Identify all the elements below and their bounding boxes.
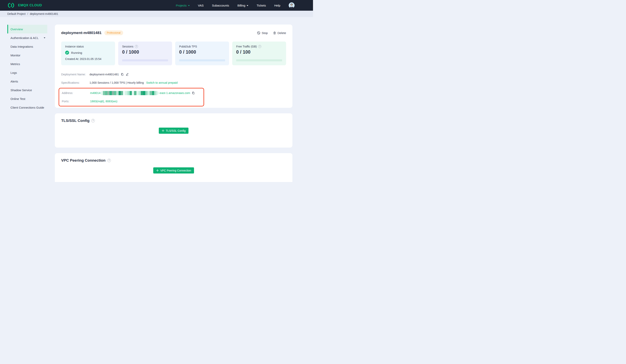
- nav-billing[interactable]: Billing: [237, 4, 248, 7]
- tps-progress-bar: [179, 59, 225, 61]
- breadcrumb-project[interactable]: Default Project: [7, 12, 26, 15]
- sessions-card: Sessions ? 0 / 1000: [118, 41, 172, 65]
- free-traffic-card: Free Traffic (GB) ? 0 / 100: [232, 41, 286, 65]
- sessions-value: 0 / 1000: [122, 49, 168, 55]
- check-circle-icon: [65, 51, 69, 55]
- instance-status-card: Instance status Running Created At: 2023…: [61, 41, 115, 65]
- nav-subaccounts[interactable]: Subaccounts: [212, 4, 229, 7]
- deployment-overview-card: deployment-m4801481 Professional Stop: [55, 25, 292, 108]
- deployment-title: deployment-m4801481: [61, 31, 102, 35]
- help-icon[interactable]: ?: [91, 119, 95, 122]
- edit-icon[interactable]: [126, 73, 129, 76]
- stat-cards-row: Instance status Running Created At: 2023…: [61, 41, 286, 65]
- add-vpc-peering-button[interactable]: VPC Peering Connection: [153, 167, 194, 174]
- created-at: Created At: 2023.01.05 15:54: [65, 57, 111, 61]
- nav-vas[interactable]: VAS: [198, 4, 204, 7]
- chevron-down-icon: [44, 37, 45, 38]
- ports-value: 1883(mqtt), 8083(ws): [90, 100, 117, 103]
- address-value: m48014 -east-1.amazonaws.com: [90, 91, 190, 95]
- sidebar-item-alerts[interactable]: Alerts: [7, 77, 47, 86]
- main-content: deployment-m4801481 Professional Stop: [50, 17, 292, 182]
- plus-icon: [156, 169, 159, 172]
- user-avatar[interactable]: [289, 2, 295, 8]
- address-redacted-mosaic: [101, 91, 158, 95]
- sidebar-item-logs[interactable]: Logs: [7, 68, 47, 77]
- stop-button[interactable]: Stop: [257, 31, 268, 35]
- trash-icon: [273, 31, 276, 35]
- sidebar-item-authentication-acl[interactable]: Authentication & ACL: [7, 34, 47, 42]
- help-icon[interactable]: ?: [135, 45, 138, 48]
- stop-icon: [257, 31, 260, 35]
- sidebar-item-online-test[interactable]: Online Test: [7, 94, 47, 103]
- emqx-logo[interactable]: EMQX CLOUD: [7, 2, 42, 8]
- vpc-peering-card: VPC Peering Connection ? VPC Peering Con…: [55, 153, 292, 182]
- sidebar-item-shadow-service[interactable]: Shadow Service: [7, 86, 47, 94]
- address-highlight-box: Address: m48014 -east-1.amazonaws.com: [59, 88, 204, 107]
- copy-icon[interactable]: [192, 91, 195, 95]
- nav-projects[interactable]: Projects: [176, 4, 190, 7]
- chevron-down-icon: [247, 5, 248, 6]
- delete-button[interactable]: Delete: [273, 31, 286, 35]
- address-row: Address: m48014 -east-1.amazonaws.com: [62, 90, 203, 96]
- specifications-value: 1,000 Sessions / 1,000 TPS | Hourly bill…: [89, 81, 144, 84]
- add-tls-ssl-config-button[interactable]: TLS/SSL Config: [159, 128, 189, 134]
- sidebar-item-overview[interactable]: Overview: [7, 25, 47, 34]
- tps-value: 0 / 1000: [179, 49, 225, 55]
- deployment-name-value: deployment-m4801481: [89, 73, 119, 76]
- traffic-progress-bar: [236, 59, 282, 61]
- pubsub-tps-card: Pub&Sub TPS 0 / 1000: [175, 41, 229, 65]
- ports-row: Ports: 1883(mqtt), 8083(ws): [62, 98, 203, 104]
- nav-help[interactable]: Help: [274, 4, 280, 7]
- sidebar-item-data-integrations[interactable]: Data Integrations: [7, 42, 47, 51]
- sidebar: Overview Authentication & ACL Data Integ…: [0, 17, 50, 112]
- nav-tickets[interactable]: Tickets: [257, 4, 266, 7]
- sidebar-item-client-connections-guide[interactable]: Client Connections Guide: [7, 103, 47, 112]
- sidebar-item-metrics[interactable]: Metrics: [7, 60, 47, 68]
- logo-text: EMQX CLOUD: [18, 3, 42, 7]
- vpc-peering-title: VPC Peering Connection: [61, 158, 106, 163]
- sessions-progress-bar: [122, 59, 168, 61]
- help-icon[interactable]: ?: [258, 45, 261, 48]
- top-nav-menu: Projects VAS Subaccounts Billing Tickets…: [176, 2, 295, 8]
- help-icon[interactable]: ?: [107, 159, 111, 162]
- deployment-name-row: Deployment Name: deployment-m4801481: [61, 71, 286, 77]
- copy-icon[interactable]: [121, 73, 124, 76]
- specifications-row: Specifications: 1,000 Sessions / 1,000 T…: [61, 79, 286, 86]
- sidebar-item-monitor[interactable]: Monitor: [7, 51, 47, 60]
- traffic-value: 0 / 100: [236, 49, 282, 55]
- deployment-details: Deployment Name: deployment-m4801481: [61, 71, 286, 107]
- plan-badge: Professional: [104, 31, 123, 35]
- instance-status-value: Running: [71, 51, 82, 54]
- breadcrumb-separator: /: [27, 12, 28, 15]
- switch-annual-prepaid-link[interactable]: Switch to annual prepaid: [146, 81, 178, 84]
- chevron-down-icon: [188, 5, 190, 6]
- top-navbar: EMQX CLOUD Projects VAS Subaccounts Bill…: [0, 0, 313, 11]
- emqx-logo-icon: [7, 2, 16, 8]
- breadcrumb-current: deployment-m4801481: [30, 12, 58, 15]
- tls-ssl-title: TLS/SSL Config: [61, 118, 89, 123]
- breadcrumb: Default Project / deployment-m4801481: [0, 11, 313, 17]
- tls-ssl-config-card: TLS/SSL Config ? TLS/SSL Config: [55, 113, 292, 147]
- plus-icon: [162, 129, 164, 132]
